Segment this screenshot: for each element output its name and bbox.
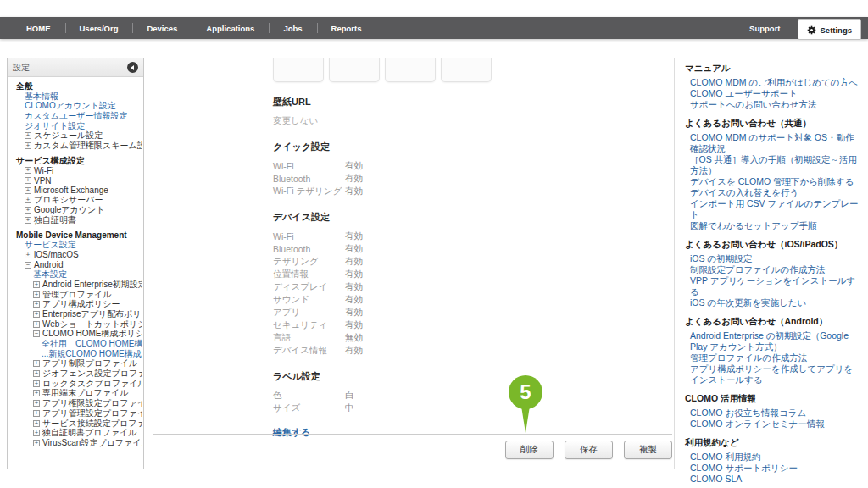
nav-item-users-org[interactable]: Users/Org xyxy=(65,17,133,39)
tree-item[interactable]: −CLOMO HOME構成ポリシー xyxy=(9,330,142,340)
tree-item[interactable]: +サービス接続設定プロファイル xyxy=(9,419,142,429)
tree-item[interactable]: 全社用 CLOMO HOME構成... xyxy=(9,339,142,349)
tree-toggle-icon[interactable]: + xyxy=(25,177,31,184)
tree-item[interactable]: +Googleアカウント xyxy=(9,205,142,215)
help-link[interactable]: iOS の年次更新を実施したい xyxy=(685,297,861,308)
help-link[interactable]: ［OS 共通］導入の手順（初期設定～活用方法） xyxy=(685,154,861,176)
nav-item-jobs[interactable]: Jobs xyxy=(269,17,316,39)
tree-item[interactable]: +ジオフェンス設定プロファイル xyxy=(9,369,142,379)
nav-item-settings[interactable]: Settings xyxy=(798,19,861,40)
help-links: Android Enterprise の初期設定（Google Play アカウ… xyxy=(685,330,861,385)
help-link[interactable]: インポート用 CSV ファイルのテンプレート xyxy=(685,198,861,220)
tree-toggle-icon[interactable]: + xyxy=(33,430,40,436)
edit-link[interactable]: 編集する xyxy=(273,426,311,439)
tree-toggle-icon[interactable]: + xyxy=(33,410,40,417)
help-link[interactable]: iOS の初期設定 xyxy=(685,253,861,264)
duplicate-button[interactable]: 複製 xyxy=(624,441,672,459)
tree-item[interactable]: −Android xyxy=(9,260,142,270)
help-link[interactable]: CLOMO ユーザーサポート xyxy=(685,88,861,99)
tree-item[interactable]: 基本情報 xyxy=(9,92,142,102)
nav-item-support[interactable]: Support xyxy=(732,24,797,33)
tree-item[interactable]: +Wi-Fi xyxy=(9,166,142,176)
tree-item[interactable]: ...新規CLOMO HOME構成ポ... xyxy=(9,349,142,359)
help-link[interactable]: CLOMO サポートポリシー xyxy=(685,463,861,474)
nav-item-reports[interactable]: Reports xyxy=(317,17,376,39)
setting-label: 位置情報 xyxy=(273,269,345,280)
help-link[interactable]: デバイスを CLOMO 管理下から削除する xyxy=(685,176,861,187)
tree-item[interactable]: +専用端末プロファイル xyxy=(9,389,142,399)
setting-label: Wi-Fi xyxy=(273,161,345,171)
tree-item[interactable]: +スケジュール設定 xyxy=(9,130,142,141)
nav-item-home[interactable]: HOME xyxy=(12,17,65,39)
help-link[interactable]: CLOMO MDM のサポート対象 OS・動作確認状況 xyxy=(685,132,861,154)
delete-button[interactable]: 削除 xyxy=(505,441,554,459)
tree-item[interactable]: +Webショートカットポリシー xyxy=(9,319,142,330)
tree-item-label: 専用端末プロファイル xyxy=(42,389,128,399)
tree-item[interactable]: +独自証明書プロファイル xyxy=(9,428,142,438)
help-link[interactable]: CLOMO MDM のご利用がはじめての方へ xyxy=(685,77,861,88)
tree-item[interactable]: +ロックタスクプロファイル xyxy=(9,379,142,389)
tree-toggle-icon[interactable]: + xyxy=(33,380,40,387)
tree-item[interactable]: サービス設定 xyxy=(9,240,142,250)
help-link[interactable]: CLOMO SLA xyxy=(685,474,861,485)
tree-toggle-icon[interactable]: + xyxy=(33,321,40,328)
tree-item[interactable]: +アプリ構成ポリシー xyxy=(9,299,142,309)
save-button[interactable]: 保存 xyxy=(565,441,613,459)
tree-toggle-icon[interactable]: − xyxy=(33,330,40,337)
tree-item[interactable]: +iOS/macOS xyxy=(9,250,142,260)
help-link[interactable]: CLOMO オンラインセミナー情報 xyxy=(685,419,861,430)
tree-item-label: 管理プロファイル xyxy=(42,290,111,300)
help-link[interactable]: 図解でわかるセットアップ手順 xyxy=(685,220,861,231)
help-link[interactable]: アプリ構成ポリシーを作成してアプリをインストールする xyxy=(685,363,861,385)
tree-toggle-icon[interactable]: + xyxy=(33,420,40,427)
tree-item[interactable]: +アプリ制限プロファイル xyxy=(9,359,142,369)
tree-toggle-icon[interactable]: + xyxy=(25,142,31,149)
tree-item[interactable]: 基本設定 xyxy=(9,269,142,280)
tree-item[interactable]: +独自証明書 xyxy=(9,215,142,225)
tree-toggle-icon[interactable]: + xyxy=(25,217,31,224)
nav-item-devices[interactable]: Devices xyxy=(132,17,192,39)
tree-item[interactable]: +Microsoft Exchange xyxy=(9,186,142,196)
tree-toggle-icon[interactable]: + xyxy=(33,370,40,377)
tree-item[interactable]: +プロキシサーバー xyxy=(9,196,142,206)
tree-toggle-icon[interactable]: + xyxy=(25,197,31,203)
tree-toggle-icon[interactable]: + xyxy=(33,281,40,288)
tree-toggle-icon[interactable]: + xyxy=(25,187,31,194)
help-link[interactable]: 管理プロファイルの作成方法 xyxy=(685,352,861,363)
help-section-title: よくあるお問い合わせ（共通） xyxy=(685,118,861,129)
sidebar-collapse-button[interactable] xyxy=(127,62,138,73)
tree-item[interactable]: +アプリ管理設定プロファイル xyxy=(9,408,142,419)
tree-toggle-icon[interactable]: + xyxy=(33,301,40,308)
tree-item[interactable]: ジオサイト設定 xyxy=(9,121,142,131)
tree-toggle-icon[interactable]: + xyxy=(33,400,40,407)
setting-row: 言語無効 xyxy=(273,331,671,344)
tree-item[interactable]: +VirusScan設定プロファイル xyxy=(9,438,142,448)
tree-item[interactable]: カスタムユーザー情報設定 xyxy=(9,111,142,121)
tree-item[interactable]: +カスタム管理権限スキーム設定 xyxy=(9,141,142,151)
tree-toggle-icon[interactable]: − xyxy=(25,262,31,269)
help-link[interactable]: VPP アプリケーションをインストールする xyxy=(685,275,861,297)
help-link[interactable]: 制限設定プロファイルの作成方法 xyxy=(685,264,861,275)
help-link[interactable]: Android Enterprise の初期設定（Google Play アカウ… xyxy=(685,330,861,352)
tree-item[interactable]: +Enterpriseアプリ配布ポリシー xyxy=(9,309,142,319)
tree-toggle-icon[interactable]: + xyxy=(33,360,40,367)
settings-section: クイック設定 Wi-Fi有効Bluetooth有効Wi-Fi テザリング有効 xyxy=(273,141,671,197)
tree-toggle-icon[interactable]: + xyxy=(33,291,40,298)
help-link[interactable]: サポートへのお問い合わせ方法 xyxy=(685,99,861,110)
tree-toggle-icon[interactable]: + xyxy=(25,252,31,258)
tree-toggle-icon[interactable]: + xyxy=(33,440,40,446)
tree-item[interactable]: CLOMOアカウント設定 xyxy=(9,101,142,111)
tree-toggle-icon[interactable]: + xyxy=(33,311,40,318)
tree-toggle-icon[interactable]: + xyxy=(25,132,31,139)
help-link[interactable]: CLOMO お役立ち情報コラム xyxy=(685,408,861,419)
tree-toggle-icon[interactable]: + xyxy=(25,167,31,174)
tree-item[interactable]: +Android Enterprise初期設定... xyxy=(9,280,142,290)
tree-item[interactable]: +管理プロファイル xyxy=(9,290,142,300)
tree-toggle-icon[interactable]: + xyxy=(25,207,31,214)
tree-item[interactable]: +アプリ権限設定プロファイル xyxy=(9,398,142,408)
nav-item-applications[interactable]: Applications xyxy=(192,17,269,39)
tree-item[interactable]: +VPN xyxy=(9,175,142,186)
help-link[interactable]: CLOMO 利用規約 xyxy=(685,452,861,463)
help-link[interactable]: デバイスの入れ替えを行う xyxy=(685,187,861,198)
tree-toggle-icon[interactable]: + xyxy=(33,390,40,396)
